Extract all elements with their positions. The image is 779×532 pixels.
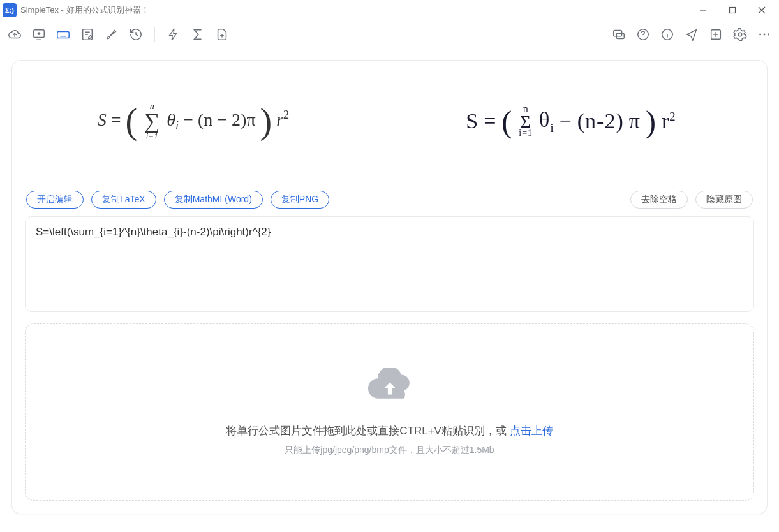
sigma-icon[interactable] <box>189 26 206 43</box>
window-maximize-button[interactable] <box>718 0 747 20</box>
action-bar: 开启编辑 复制LaTeX 复制MathML(Word) 复制PNG 去除空格 隐… <box>12 182 767 212</box>
middle-term: (n − 2)π <box>198 109 256 129</box>
r-superscript: 2 <box>283 108 289 121</box>
more-icon[interactable] <box>756 26 773 43</box>
window-close-button[interactable] <box>747 0 776 20</box>
svg-point-13 <box>759 33 761 35</box>
upload-dropzone[interactable]: 将单行公式图片文件拖到此处或直接CTRL+V粘贴识别，或 点击上传 只能上传jp… <box>25 323 754 501</box>
cloud-upload-icon[interactable] <box>6 26 23 43</box>
theta-subscript: i <box>175 119 179 132</box>
remove-spaces-button[interactable]: 去除空格 <box>630 191 688 209</box>
main-toolbar <box>0 20 779 48</box>
upload-hint-text: 只能上传jpg/jpeg/png/bmp文件，且大小不超过1.5Mb <box>285 445 494 456</box>
info-icon[interactable] <box>659 26 676 43</box>
result-card: S = ( n ∑ i=1 θi − (n − 2)π ) r2 <box>11 60 768 514</box>
edit-button[interactable]: 开启编辑 <box>26 191 84 209</box>
hide-original-button[interactable]: 隐藏原图 <box>695 191 753 209</box>
keyboard-icon[interactable] <box>55 26 71 43</box>
toolbar-divider <box>154 27 155 42</box>
cloud-upload-large-icon <box>366 368 414 411</box>
svg-rect-5 <box>57 31 69 38</box>
bolt-icon[interactable] <box>165 26 182 43</box>
copy-png-button[interactable]: 复制PNG <box>271 191 329 209</box>
preview-row: S = ( n ∑ i=1 θi − (n − 2)π ) r2 <box>12 61 767 182</box>
latex-output-box[interactable]: S=\left(\sum_{i=1}^{n}\theta_{i}-(n-2)\p… <box>25 216 754 312</box>
upload-link[interactable]: 点击上传 <box>510 425 553 437</box>
help-icon[interactable] <box>635 26 651 43</box>
window-minimize-button[interactable] <box>688 0 718 20</box>
svg-point-12 <box>738 33 742 36</box>
app-logo-icon: Σ:) <box>3 3 17 17</box>
window-title: SimpleTex - 好用的公式识别神器！ <box>20 4 149 16</box>
svg-point-14 <box>764 33 766 35</box>
copy-latex-button[interactable]: 复制LaTeX <box>91 191 156 209</box>
titlebar: Σ:) SimpleTex - 好用的公式识别神器！ <box>0 0 779 20</box>
document-add-icon[interactable] <box>214 26 230 43</box>
rendered-formula: S = ( n ∑ i=1 θi − (n − 2)π ) r2 <box>98 101 290 142</box>
copy-mathml-button[interactable]: 复制MathML(Word) <box>164 191 263 209</box>
history-icon[interactable] <box>128 26 144 43</box>
svg-rect-1 <box>730 8 736 13</box>
handwritten-formula: S=( nΣi=1 θi−(n-2)π )r2 <box>466 104 676 139</box>
brush-icon[interactable] <box>103 26 120 43</box>
rendered-formula-pane: S = ( n ∑ i=1 θi − (n − 2)π ) r2 <box>12 61 375 182</box>
chat-icon[interactable] <box>611 26 627 43</box>
sum-lower: i=1 <box>146 131 158 141</box>
edit-note-icon[interactable] <box>79 26 96 43</box>
share-icon[interactable] <box>683 26 700 43</box>
svg-point-15 <box>768 33 769 35</box>
expand-icon[interactable] <box>708 26 724 43</box>
settings-gear-icon[interactable] <box>732 26 748 43</box>
original-image-pane: S=( nΣi=1 θi−(n-2)π )r2 <box>375 61 767 182</box>
upload-instruction-text: 将单行公式图片文件拖到此处或直接CTRL+V粘贴识别，或 点击上传 <box>226 424 553 438</box>
monitor-add-icon[interactable] <box>31 26 47 43</box>
